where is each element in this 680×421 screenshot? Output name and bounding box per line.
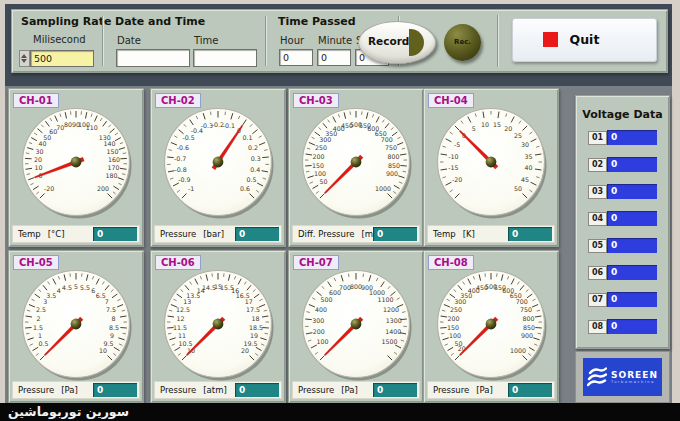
voltage-value-display: 0 (607, 319, 657, 334)
readout-strip: Pressure[atm]0 (154, 381, 282, 399)
taskbar-title: سورین توربوماشین (8, 403, 129, 421)
svg-text:800: 800 (522, 315, 534, 322)
spinner-down-icon[interactable] (21, 59, 27, 63)
svg-text:3.5: 3.5 (46, 292, 56, 299)
svg-text:7.5: 7.5 (106, 306, 116, 313)
svg-text:3: 3 (43, 298, 47, 305)
svg-text:1300: 1300 (386, 317, 402, 324)
svg-text:700: 700 (516, 298, 528, 305)
voltage-index-label: 03 (588, 185, 607, 199)
voltage-panel-title: Voltage Data (576, 108, 669, 121)
svg-text:9.5: 9.5 (103, 340, 113, 347)
svg-text:100: 100 (316, 338, 328, 345)
svg-text:80: 80 (64, 121, 72, 128)
readout-display: 0 (508, 383, 552, 397)
voltage-value-display: 0 (607, 130, 657, 145)
svg-text:8: 8 (111, 315, 115, 322)
readout-display: 0 (235, 227, 279, 241)
taskbar: سورین توربوماشین (0, 403, 680, 421)
readout-strip: Pressure[Pa]0 (12, 381, 140, 399)
svg-text:15: 15 (493, 121, 501, 128)
svg-text:800: 800 (387, 153, 399, 160)
svg-text:50: 50 (514, 185, 522, 192)
voltage-row-07: 070 (576, 292, 669, 307)
svg-text:25: 25 (514, 132, 522, 139)
svg-text:0.1: 0.1 (242, 134, 252, 141)
readout-strip: Pressure[Pa]0 (427, 381, 555, 399)
gauge-dial: -1-0.9-0.8-0.7-0.6-0.5-0.4-0.3-0.2-0.100… (160, 104, 276, 220)
channel-panel-ch-03: CH-0350100150200250300350400450500550600… (288, 88, 424, 247)
time-label: Time (194, 35, 218, 46)
voltage-value-display: 0 (607, 292, 657, 307)
svg-text:200: 200 (447, 315, 459, 322)
sampling-rate-input[interactable]: 500 (30, 50, 94, 67)
hour-field: 0 (279, 49, 313, 66)
gauge-wrap: -20-15-10-505101520253035404550 (433, 104, 549, 224)
svg-text:1500: 1500 (381, 338, 397, 345)
svg-text:4: 4 (57, 287, 61, 294)
svg-text:750: 750 (385, 144, 397, 151)
channel-panel-ch-06: CH-061010.51111.51212.51313.51414.51515.… (150, 250, 286, 403)
voltage-row-06: 060 (576, 265, 669, 280)
svg-text:-5: -5 (454, 141, 460, 148)
svg-text:750: 750 (520, 306, 532, 313)
svg-text:1.5: 1.5 (33, 324, 43, 331)
voltage-value-display: 0 (607, 238, 657, 253)
channel-panel-ch-04: CH-04-20-15-10-505101520253035404550Temp… (423, 88, 559, 247)
svg-text:-0.9: -0.9 (178, 176, 190, 183)
svg-text:100: 100 (314, 170, 326, 177)
gauge-wrap: -1-0.9-0.8-0.7-0.6-0.5-0.4-0.3-0.2-0.100… (160, 104, 276, 224)
svg-text:150: 150 (106, 148, 118, 155)
svg-text:1400: 1400 (385, 328, 401, 335)
svg-text:200: 200 (313, 328, 325, 335)
record-button[interactable]: Record (358, 21, 436, 64)
svg-text:0.2: 0.2 (248, 144, 258, 151)
svg-text:17: 17 (245, 298, 253, 305)
svg-text:300: 300 (454, 298, 466, 305)
gauge-wrap: 2050100150200250300350400450500550600650… (433, 266, 549, 386)
gauge-wrap: 1010.51111.51212.51313.51414.51515.51616… (160, 266, 276, 386)
readout-strip: Temp[°C]0 (12, 225, 140, 243)
svg-text:1100: 1100 (377, 296, 393, 303)
voltage-index-label: 07 (588, 293, 607, 307)
svg-text:4.5: 4.5 (62, 284, 72, 291)
svg-text:400: 400 (315, 306, 327, 313)
readout-label: Pressure[Pa] (298, 382, 358, 398)
minute-field: 0 (317, 49, 351, 66)
svg-text:700: 700 (381, 136, 393, 143)
readout-strip: Pressure[bar]0 (154, 225, 282, 243)
readout-display: 0 (373, 383, 417, 397)
quit-button[interactable]: Quit (512, 18, 657, 62)
channel-panel-ch-01: CH-01-2001020304050607080901001101301401… (8, 88, 144, 247)
svg-text:-1: -1 (188, 185, 194, 192)
svg-text:180: 180 (106, 172, 118, 179)
sampling-rate-title: Sampling Rate (21, 15, 111, 28)
svg-text:13: 13 (183, 298, 191, 305)
readout-label: Pressure[atm] (160, 382, 227, 398)
svg-text:-0.1: -0.1 (223, 122, 235, 129)
voltage-row-03: 030 (576, 184, 669, 199)
sampling-rate-spinner[interactable] (19, 50, 30, 67)
svg-text:160: 160 (108, 156, 120, 163)
voltage-row-02: 020 (576, 157, 669, 172)
rec-indicator-led[interactable]: Rec. (444, 24, 481, 61)
divider (102, 16, 104, 66)
svg-text:0.3: 0.3 (251, 155, 261, 162)
readout-label: Temp[°C] (18, 226, 64, 242)
svg-text:1000: 1000 (369, 289, 385, 296)
date-time-title: Date and Time (115, 15, 205, 28)
svg-text:-0.7: -0.7 (174, 155, 186, 162)
readout-display: 0 (93, 227, 137, 241)
svg-text:900: 900 (386, 170, 398, 177)
svg-text:20: 20 (241, 347, 249, 354)
spinner-up-icon[interactable] (21, 54, 27, 58)
gauge-wrap: 5010015020025030035040045050055060065070… (298, 104, 414, 224)
svg-text:5: 5 (74, 283, 78, 290)
gauge-wrap: 0.511.522.533.544.555.566.577.588.599.51… (18, 266, 134, 386)
date-label: Date (117, 35, 141, 46)
channel-panel-ch-02: CH-02-1-0.9-0.8-0.7-0.6-0.5-0.4-0.3-0.2-… (150, 88, 286, 247)
time-field (193, 49, 257, 67)
svg-text:0.5: 0.5 (39, 340, 49, 347)
svg-text:7: 7 (105, 298, 109, 305)
voltage-row-08: 080 (576, 319, 669, 334)
